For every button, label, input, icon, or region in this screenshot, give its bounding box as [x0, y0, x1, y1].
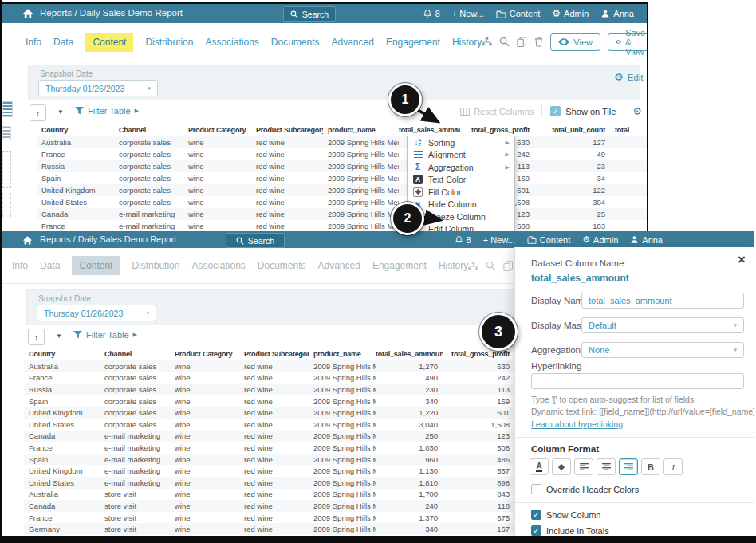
show-on-tile-toggle[interactable]: ✓ Show on Tile: [550, 106, 616, 116]
col-total-sales[interactable]: total_sales_ammount: [376, 348, 443, 360]
search-small-icon[interactable]: [486, 261, 496, 271]
aggregation-select[interactable]: None▾: [581, 342, 744, 358]
table-row[interactable]: Australiastore visitwinered wine2009 Spr…: [24, 489, 514, 501]
table-row[interactable]: United Kingdomcorporate saleswinered win…: [24, 407, 514, 419]
home-icon[interactable]: [22, 234, 33, 246]
col-category[interactable]: Product Category: [170, 348, 239, 360]
content-button[interactable]: Content: [527, 235, 571, 245]
display-name-input[interactable]: total_sales_ammount: [581, 293, 744, 309]
tab-advanced[interactable]: Advanced: [318, 260, 360, 271]
home-icon[interactable]: [22, 8, 33, 19]
admin-button[interactable]: ⚙ Admin: [582, 234, 618, 245]
table-row[interactable]: Spaine-mail marketingwinered wine2009 Sp…: [24, 454, 514, 466]
tab-info[interactable]: Info: [12, 260, 28, 271]
table-row[interactable]: Germanystore visitwinered wine2009 Sprin…: [24, 523, 514, 535]
filter-table-button[interactable]: Filter Table ▶: [75, 106, 139, 116]
search-button[interactable]: Search: [283, 6, 336, 22]
checkbox-unchecked-icon[interactable]: [531, 484, 541, 494]
edit-link[interactable]: ⚙ Edit: [614, 71, 643, 83]
snapshot-date-select[interactable]: Thursday 01/26/2023 ▾: [37, 305, 156, 321]
search-button[interactable]: Search: [226, 233, 285, 248]
checkbox-checked-icon[interactable]: ✓: [550, 106, 561, 116]
table-row[interactable]: United Statescorporate saleswinered wine…: [24, 419, 514, 431]
col-subcategory[interactable]: Product Subcategory: [251, 124, 323, 136]
tab-engagement[interactable]: Engagement: [372, 260, 427, 271]
align-center-button[interactable]: [597, 458, 616, 475]
table-row[interactable]: Canadae-mail marketingwinered wine2009 S…: [24, 431, 514, 443]
col-category[interactable]: Product Category: [183, 124, 251, 136]
col-product-name[interactable]: product_name: [309, 348, 376, 360]
close-icon[interactable]: ×: [738, 252, 746, 268]
table-menu-caret[interactable]: ▼: [57, 108, 64, 116]
new-button[interactable]: + New...: [483, 235, 515, 245]
menu-item-sorting[interactable]: ↓AZ Sorting ▶: [408, 136, 514, 149]
checkbox-checked-icon[interactable]: ✓: [531, 510, 541, 520]
tab-data[interactable]: Data: [53, 37, 73, 48]
table-row[interactable]: United Kingdome-mail marketingwinered wi…: [24, 465, 514, 477]
copy-icon[interactable]: [517, 37, 527, 47]
tab-associations[interactable]: Associations: [191, 260, 245, 271]
menu-item-fill-color[interactable]: Fill Color: [408, 186, 514, 199]
admin-button[interactable]: ⚙ Admin: [552, 8, 589, 19]
col-subcategory[interactable]: Product Subcategory: [239, 348, 309, 360]
learn-hyperlinking-link[interactable]: Learn about hyperlinking: [531, 419, 623, 429]
notifications-button[interactable]: 8: [455, 235, 471, 245]
align-left-button[interactable]: [574, 458, 593, 475]
align-right-button[interactable]: [619, 458, 638, 475]
menu-item-edit-column[interactable]: ⚙ Edit Column: [408, 223, 514, 232]
tab-info[interactable]: Info: [26, 37, 41, 48]
tab-distribution[interactable]: Distribution: [132, 260, 179, 271]
tab-content[interactable]: Content: [72, 256, 120, 275]
snapshot-date-select[interactable]: Thursday 01/26/2023 ▾: [38, 80, 158, 96]
copy-icon[interactable]: [503, 261, 514, 271]
col-total-sales[interactable]: total_sales_ammou▼: [399, 124, 461, 136]
col-country[interactable]: Country: [24, 348, 100, 360]
col-total-extra[interactable]: total: [610, 124, 647, 136]
table-row[interactable]: Francestore visitwinered wine2009 Spring…: [24, 512, 514, 524]
show-column-toggle[interactable]: ✓ Show Column: [531, 510, 600, 520]
menu-item-hide-column[interactable]: ✖ Hide Column: [408, 199, 514, 211]
table-row[interactable]: Canadae-mail marketingwinered wine2009 S…: [37, 208, 647, 220]
tab-documents[interactable]: Documents: [271, 37, 320, 48]
tab-content[interactable]: Content: [85, 33, 133, 52]
include-in-totals-toggle[interactable]: ✓ Include in Totals: [531, 525, 609, 536]
notifications-button[interactable]: 8: [423, 9, 440, 18]
table-row[interactable]: United Statese-mail marketingwinered win…: [24, 477, 514, 489]
view-button[interactable]: View: [550, 33, 600, 51]
table-row[interactable]: Francecorporate saleswinered wine2009 Sp…: [37, 148, 647, 160]
col-gross-profit[interactable]: total_gross_profit: [461, 124, 534, 136]
table-row[interactable]: Canadastore visitwinered wine2009 Spring…: [24, 500, 514, 512]
menu-item-text-color[interactable]: A Text Color: [408, 174, 514, 187]
trash-icon[interactable]: [534, 37, 543, 47]
tab-associations[interactable]: Associations: [205, 37, 258, 48]
tab-history[interactable]: History: [439, 260, 468, 271]
tab-documents[interactable]: Documents: [258, 260, 306, 271]
table-menu-caret[interactable]: ▼: [56, 332, 62, 340]
table-row[interactable]: Spaincorporate saleswinered wine2009 Spr…: [24, 395, 514, 407]
override-header-colors-toggle[interactable]: Override Header Colors: [531, 484, 639, 494]
content-button[interactable]: Content: [496, 9, 541, 18]
user-button[interactable]: Anna: [600, 9, 634, 18]
table-row[interactable]: Australiacorporate saleswinered wine2009…: [37, 136, 647, 148]
filter-table-button[interactable]: Filter Table ▶: [73, 330, 137, 340]
table-row[interactable]: Russiacorporate saleswinered wine2009 Sp…: [37, 160, 647, 172]
table-row[interactable]: Spaincorporate saleswinered wine2009 Spr…: [37, 172, 647, 184]
table-row[interactable]: Russiacorporate saleswinered wine2009 Sp…: [24, 384, 514, 395]
row-height-toggle[interactable]: ↕: [28, 329, 45, 345]
italic-button[interactable]: I: [663, 458, 683, 475]
table-row[interactable]: United Statescorporate saleswinered wine…: [37, 196, 647, 208]
sitemap-icon[interactable]: [468, 262, 478, 270]
tab-history[interactable]: History: [452, 37, 482, 48]
search-small-icon[interactable]: [499, 37, 510, 47]
user-button[interactable]: Anna: [630, 235, 663, 245]
table-row[interactable]: Francecorporate saleswinered wine2009 Sp…: [24, 372, 514, 384]
checkbox-checked-icon[interactable]: ✓: [531, 525, 541, 536]
fill-color-button[interactable]: [552, 458, 571, 475]
col-unit-count[interactable]: total_unit_count: [534, 124, 610, 136]
table-row[interactable]: Francee-mail marketingwinered wine2009 S…: [24, 442, 514, 454]
tab-advanced[interactable]: Advanced: [332, 37, 374, 48]
row-height-toggle[interactable]: ↕: [30, 104, 46, 121]
tab-data[interactable]: Data: [40, 260, 60, 271]
sitemap-icon[interactable]: [482, 37, 492, 46]
bold-button[interactable]: B: [641, 458, 660, 475]
